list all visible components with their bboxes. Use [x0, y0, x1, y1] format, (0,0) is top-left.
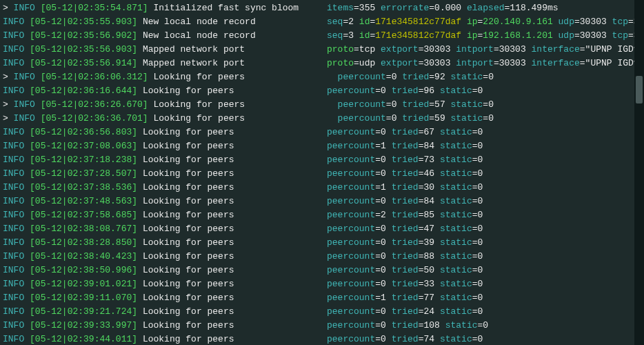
kv-value: 0 [392, 113, 397, 124]
kv-key: tried [392, 127, 419, 137]
kv-value: 0 [478, 251, 483, 262]
kv-value: 39 [423, 237, 434, 248]
log-message: Initialized fast sync bloom [153, 3, 299, 13]
log-line: INFO [05-12|02:38:40.423] Looking for pe… [3, 250, 641, 264]
log-kv: peercount=0 tried=59 static=0 [327, 112, 494, 126]
kv-value: 0 [488, 99, 494, 110]
kv-key: extport [381, 58, 419, 68]
log-line: INFO [05-12|02:39:33.997] Looking for pe… [3, 319, 641, 333]
timestamp: [05-12|02:35:56.914] [30, 58, 137, 68]
kv-key: tried [402, 72, 429, 82]
equals: = [375, 155, 381, 165]
kv-value: 355 [359, 3, 375, 13]
kv-value: 0 [381, 127, 386, 137]
kv-key: ip [467, 17, 478, 27]
kv-key: peercount [327, 182, 375, 193]
kv-value: 0 [478, 210, 483, 220]
kv-value: 0 [488, 113, 494, 124]
log-left: > INFO [05-12|02:35:54.871] Initialized … [3, 1, 327, 15]
log-message: Looking for peers [143, 320, 234, 331]
kv-key: tried [392, 141, 419, 151]
kv-key: static [451, 72, 483, 82]
timestamp: [05-12|02:38:40.423] [30, 251, 137, 262]
log-level: INFO [3, 44, 24, 55]
equals: = [628, 30, 634, 41]
timestamp: [05-12|02:39:01.021] [30, 279, 137, 289]
kv-key: peercount [327, 306, 375, 317]
kv-value: 192.168.1.201 [483, 30, 552, 41]
kv-key: tried [402, 99, 429, 110]
kv-value: 0 [381, 334, 386, 344]
log-level: INFO [14, 99, 35, 110]
kv-key: interface [532, 58, 580, 68]
kv-value: 74 [423, 334, 439, 344]
equals: = [429, 3, 434, 13]
kv-key: peercount [327, 251, 375, 262]
log-line: INFO [05-12|02:37:28.507] Looking for pe… [3, 167, 641, 181]
log-kv: peercount=0 tried=92 static=0 [327, 70, 494, 84]
kv-value: 77 [423, 293, 434, 303]
scrollbar-track[interactable] [634, 0, 644, 345]
kv-value: 2 [348, 17, 354, 27]
log-left: INFO [05-12|02:38:50.996] Looking for pe… [3, 264, 327, 277]
kv-key: peercount [327, 196, 375, 206]
log-level: INFO [3, 58, 24, 68]
log-left: INFO [05-12|02:39:21.724] Looking for pe… [3, 305, 327, 319]
timestamp: [05-12|02:35:54.871] [41, 3, 148, 13]
kv-key: tried [392, 210, 419, 220]
kv-value: 0 [478, 237, 483, 248]
log-message: Looking for peers [143, 182, 234, 193]
equals: = [574, 30, 580, 41]
timestamp: [05-12|02:35:55.903] [30, 17, 137, 27]
kv-value: 171e345812c77daf [375, 17, 461, 27]
log-kv: peercount=0 tried=57 static=0 [327, 98, 494, 112]
equals: = [483, 72, 488, 82]
log-level: INFO [3, 127, 24, 137]
log-left: INFO [05-12|02:39:11.070] Looking for pe… [3, 291, 327, 305]
log-left: INFO [05-12|02:36:56.803] Looking for pe… [3, 126, 327, 139]
log-line: INFO [05-12|02:37:48.563] Looking for pe… [3, 195, 641, 208]
log-line: > INFO [05-12|02:35:54.871] Initialized … [3, 1, 641, 15]
kv-key: peercount [338, 72, 386, 82]
kv-key: tcp [612, 17, 628, 27]
log-line: INFO [05-12|02:38:28.850] Looking for pe… [3, 236, 641, 250]
log-level: INFO [3, 306, 24, 317]
terminal[interactable]: > INFO [05-12|02:35:54.871] Initialized … [0, 0, 644, 345]
log-line: INFO [05-12|02:37:18.238] Looking for pe… [3, 153, 641, 167]
kv-key: proto [327, 44, 354, 55]
log-kv: peercount=1 tried=84 static=0 [327, 139, 483, 153]
log-message: New local node record [143, 17, 256, 27]
kv-key: peercount [327, 279, 375, 289]
log-left: INFO [05-12|02:37:48.563] Looking for pe… [3, 195, 327, 208]
kv-key: udp [559, 30, 574, 41]
timestamp: [05-12|02:36:26.670] [41, 99, 148, 110]
kv-key: static [440, 168, 472, 179]
kv-value: 118.499ms [510, 3, 558, 13]
kv-value: 30 [423, 182, 434, 193]
log-left: INFO [05-12|02:38:08.767] Looking for pe… [3, 222, 327, 236]
kv-value: 0 [392, 99, 397, 110]
equals: = [375, 251, 381, 262]
log-line: INFO [05-12|02:36:16.644] Looking for pe… [3, 84, 641, 98]
equals: = [472, 182, 478, 193]
log-left: INFO [05-12|02:37:08.063] Looking for pe… [3, 139, 327, 153]
equals: = [375, 265, 381, 275]
kv-key: peercount [327, 141, 375, 151]
log-level: INFO [3, 196, 24, 206]
log-line: > INFO [05-12|02:36:06.312] Looking for … [3, 70, 641, 84]
kv-value: 0 [381, 168, 386, 179]
kv-value: 0.000 [434, 3, 461, 13]
equals: = [472, 210, 478, 220]
scrollbar-thumb[interactable] [636, 76, 643, 103]
kv-value: 0 [478, 334, 483, 344]
prompt: > [3, 113, 14, 124]
log-left: INFO [05-12|02:38:28.850] Looking for pe… [3, 236, 327, 250]
log-left: INFO [05-12|02:35:56.914] Mapped network… [3, 57, 327, 70]
log-line: > INFO [05-12|02:36:36.701] Looking for … [3, 112, 641, 126]
kv-value: 0 [478, 306, 483, 317]
kv-key: tried [392, 251, 419, 262]
kv-key: intport [456, 44, 494, 55]
kv-key: udp [559, 17, 574, 27]
equals: = [580, 58, 585, 68]
kv-key: tried [392, 196, 419, 206]
